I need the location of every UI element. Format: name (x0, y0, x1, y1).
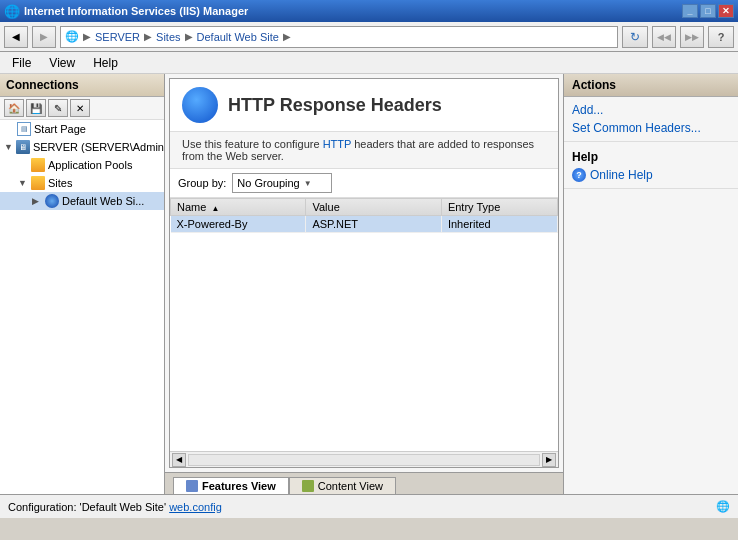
content-view-icon (302, 480, 314, 492)
menu-view[interactable]: View (41, 54, 83, 72)
refresh-button[interactable]: ↻ (622, 26, 648, 48)
actions-panel: Actions Add... Set Common Headers... Hel… (563, 74, 738, 494)
status-bar: Configuration: 'Default Web Site' web.co… (0, 494, 738, 518)
feature-description: Use this feature to configure HTTP heade… (170, 132, 558, 169)
website-label: Default Web Si... (62, 195, 144, 207)
group-by-dropdown[interactable]: No Grouping ▼ (232, 173, 332, 193)
horizontal-scrollbar[interactable]: ◀ ▶ (170, 451, 558, 467)
nav-button-3[interactable]: ▶▶ (680, 26, 704, 48)
scroll-right-button[interactable]: ▶ (542, 453, 556, 467)
address-server[interactable]: SERVER (95, 31, 140, 43)
sidebar-item-startpage[interactable]: ▤ Start Page (0, 120, 164, 138)
sidebar-item-defaultwebsite[interactable]: ▶ Default Web Si... (0, 192, 164, 210)
col-header-name[interactable]: Name ▲ (171, 199, 306, 216)
app-title: Internet Information Services (IIS) Mana… (24, 5, 248, 17)
col-header-entrytype[interactable]: Entry Type (441, 199, 557, 216)
website-expand-icon: ▶ (32, 196, 42, 206)
content-area: HTTP Response Headers Use this feature t… (165, 74, 563, 494)
feature-panel: HTTP Response Headers Use this feature t… (169, 78, 559, 468)
sidebar-item-server[interactable]: ▼ 🖥 SERVER (SERVER\Admin (0, 138, 164, 156)
sidebar-toolbar: 🏠 💾 ✎ ✕ (0, 97, 164, 120)
address-field: 🌐 ▶ SERVER ▶ Sites ▶ Default Web Site ▶ (60, 26, 618, 48)
startpage-label: Start Page (34, 123, 86, 135)
sites-icon (31, 176, 45, 190)
apppools-label: Application Pools (48, 159, 132, 171)
back-button[interactable]: ◀ (4, 26, 28, 48)
group-by-label: Group by: (178, 177, 226, 189)
cell-entrytype: Inherited (441, 216, 557, 233)
sidebar-tool-4[interactable]: ✕ (70, 99, 90, 117)
cell-value: ASP.NET (306, 216, 441, 233)
table-row[interactable]: X-Powered-By ASP.NET Inherited (171, 216, 558, 233)
startpage-icon: ▤ (17, 122, 31, 136)
feature-table: Name ▲ Value Entry Type (170, 198, 558, 451)
minimize-button[interactable]: _ (682, 4, 698, 18)
connections-header: Connections (0, 74, 164, 97)
actions-header: Actions (564, 74, 738, 97)
status-icon: 🌐 (716, 500, 730, 513)
tab-features-view[interactable]: Features View (173, 477, 289, 494)
group-by-value: No Grouping (237, 177, 299, 189)
sites-label: Sites (48, 177, 72, 189)
scroll-left-button[interactable]: ◀ (172, 453, 186, 467)
help-button[interactable]: ? (708, 26, 734, 48)
title-bar: 🌐 Internet Information Services (IIS) Ma… (0, 0, 738, 22)
server-expand-icon: ▼ (4, 142, 13, 152)
server-icon: 🖥 (16, 140, 30, 154)
sidebar-tool-3[interactable]: ✎ (48, 99, 68, 117)
tab-content-view[interactable]: Content View (289, 477, 396, 494)
sites-expand-icon: ▼ (18, 178, 28, 188)
nav-button-2[interactable]: ◀◀ (652, 26, 676, 48)
menu-bar: File View Help (0, 52, 738, 74)
address-bar: ◀ ▶ 🌐 ▶ SERVER ▶ Sites ▶ Default Web Sit… (0, 22, 738, 52)
dropdown-arrow-icon: ▼ (304, 179, 312, 188)
server-label: SERVER (SERVER\Admin (33, 141, 164, 153)
forward-button[interactable]: ▶ (32, 26, 56, 48)
maximize-button[interactable]: □ (700, 4, 716, 18)
menu-file[interactable]: File (4, 54, 39, 72)
apppools-icon (31, 158, 45, 172)
sidebar: Connections 🏠 💾 ✎ ✕ ▤ Start Page ▼ 🖥 SER… (0, 74, 165, 494)
address-icon: 🌐 (65, 30, 79, 43)
menu-help[interactable]: Help (85, 54, 126, 72)
cell-name: X-Powered-By (171, 216, 306, 233)
help-section-title: Help (572, 146, 730, 166)
online-help-link[interactable]: Online Help (590, 166, 653, 184)
col-header-value[interactable]: Value (306, 199, 441, 216)
panel-toolbar: Group by: No Grouping ▼ (170, 169, 558, 198)
status-prefix: Configuration: 'Default Web Site' (8, 501, 166, 513)
features-view-label: Features View (202, 480, 276, 492)
content-view-label: Content View (318, 480, 383, 492)
http-link[interactable]: HTTP (323, 138, 352, 150)
scroll-track[interactable] (188, 454, 540, 466)
set-common-headers-link[interactable]: Set Common Headers... (572, 119, 730, 137)
sidebar-tool-2[interactable]: 💾 (26, 99, 46, 117)
main-area: Connections 🏠 💾 ✎ ✕ ▤ Start Page ▼ 🖥 SER… (0, 74, 738, 494)
sidebar-tool-1[interactable]: 🏠 (4, 99, 24, 117)
bottom-tab-bar: Features View Content View (165, 472, 563, 494)
actions-section-main: Add... Set Common Headers... (564, 97, 738, 142)
status-webconfig-link[interactable]: web.config (169, 501, 222, 513)
address-sites[interactable]: Sites (156, 31, 180, 43)
sort-asc-icon: ▲ (211, 204, 219, 213)
address-site[interactable]: Default Web Site (197, 31, 279, 43)
feature-header: HTTP Response Headers (170, 79, 558, 132)
help-circle-icon: ? (572, 168, 586, 182)
sidebar-item-sites[interactable]: ▼ Sites (0, 174, 164, 192)
http-headers-icon (182, 87, 218, 123)
help-row: ? Online Help (572, 166, 730, 184)
close-button[interactable]: ✕ (718, 4, 734, 18)
website-icon (45, 194, 59, 208)
add-link[interactable]: Add... (572, 101, 730, 119)
features-view-icon (186, 480, 198, 492)
table-header-row: Name ▲ Value Entry Type (171, 199, 558, 216)
app-icon: 🌐 (4, 4, 20, 19)
actions-section-help: Help ? Online Help (564, 142, 738, 189)
feature-title: HTTP Response Headers (228, 95, 442, 116)
sidebar-item-apppools[interactable]: Application Pools (0, 156, 164, 174)
